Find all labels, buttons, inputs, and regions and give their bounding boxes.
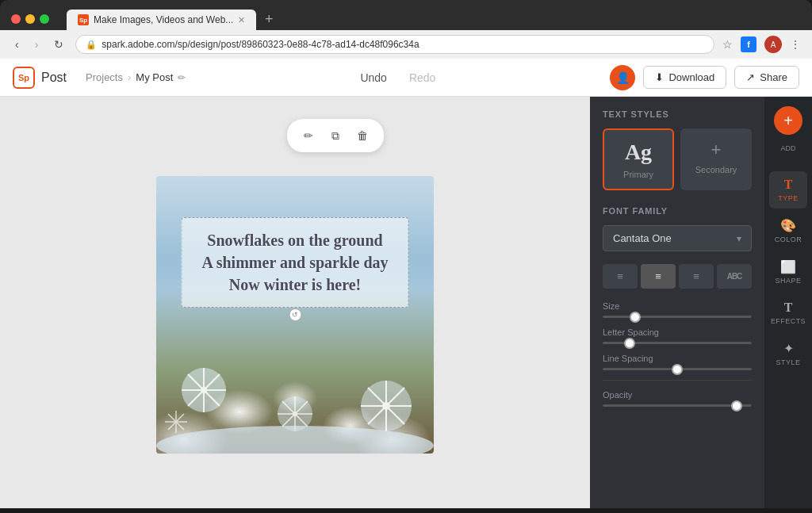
edit-title-icon[interactable]: ✏ [178,72,186,83]
download-button[interactable]: ⬇ Download [643,66,726,89]
floating-toolbar: ✏ ⧉ 🗑 [287,119,384,152]
style-icon: ✦ [783,341,794,356]
primary-ag-text: Ag [625,140,652,165]
add-secondary-icon: + [711,140,722,160]
forward-button[interactable]: › [31,36,43,52]
back-button[interactable]: ‹ [11,36,23,52]
primary-label: Primary [623,170,653,179]
font-family-section: FONT FAMILY Cantata One ▾ [603,206,752,251]
addressbar-actions: ☆ f A ⋮ [722,36,801,53]
sidebar-item-style[interactable]: ✦ STYLE [769,335,807,373]
sp-icon: Sp [13,67,35,89]
facebook-icon[interactable]: f [741,36,756,52]
header-actions: 👤 ⬇ Download ↗ Share [610,65,799,90]
url-text: spark.adobe.com/sp/design/post/89860323-… [102,39,419,50]
font-family-title: FONT FAMILY [603,206,752,216]
align-center-button[interactable]: ≡ [641,264,676,289]
sidebar-item-color[interactable]: 🎨 COLOR [769,212,807,250]
breadcrumb-projects[interactable]: Projects [86,71,123,83]
text-styles-title: TEXT STYLES [603,109,752,119]
align-left-button[interactable]: ≡ [603,264,638,289]
opacity-label: Opacity [603,390,752,400]
collaborate-button[interactable]: 👤 [610,65,635,90]
tab-label: Make Images, Videos and Web... [94,14,233,25]
share-button[interactable]: ↗ Share [734,66,799,89]
download-label: Download [668,71,714,83]
color-icon: 🎨 [780,218,796,233]
letter-spacing-slider-track[interactable] [603,342,752,344]
sidebar-item-type[interactable]: T TYPE [769,171,807,209]
overlay-text: Snowflakes on the ground A shimmer and s… [195,229,396,296]
address-bar[interactable]: 🔒 spark.adobe.com/sp/design/post/8986032… [75,35,714,54]
download-icon: ⬇ [655,71,664,83]
effects-label: EFFECTS [771,317,806,325]
type-icon: T [784,178,793,192]
close-traffic-light[interactable] [11,14,21,24]
sidebar-item-shape[interactable]: ⬜ SHAPE [769,253,807,291]
align-right-button[interactable]: ≡ [679,264,714,289]
add-nav-button[interactable]: + [774,106,802,135]
edit-text-button[interactable]: ✏ [297,124,320,147]
line-spacing-label: Line Spacing [603,354,752,363]
sp-logo: Sp Post [13,67,67,89]
new-tab-button[interactable]: + [258,8,280,30]
panel-content: TEXT STYLES Ag Primary + Secondary [590,97,764,508]
text-line3: Now winter is here! [229,276,361,293]
size-slider-thumb[interactable] [630,312,641,323]
canvas-area[interactable]: ✏ ⧉ 🗑 [0,97,590,508]
secondary-style-card[interactable]: + Secondary [680,128,752,190]
shape-icon: ⬜ [780,259,796,274]
alignment-buttons: ≡ ≡ ≡ ABC [603,264,752,289]
refresh-button[interactable]: ↻ [50,36,67,52]
minimize-traffic-light[interactable] [25,14,35,24]
text-line2: A shimmer and sparkle day [201,254,388,271]
share-icon: ↗ [746,71,755,83]
browser-chrome: Sp Make Images, Videos and Web... ✕ + ‹ … [0,0,812,59]
undo-button[interactable]: Undo [354,68,393,87]
browser-titlebar: Sp Make Images, Videos and Web... ✕ + [0,0,812,30]
right-panel: TEXT STYLES Ag Primary + Secondary [590,97,812,508]
redo-button[interactable]: Redo [403,68,442,87]
delete-element-button[interactable]: 🗑 [350,124,374,147]
tab-close-button[interactable]: ✕ [238,15,245,25]
color-label: COLOR [775,235,802,243]
bookmark-icon[interactable]: ☆ [722,38,733,51]
active-tab[interactable]: Sp Make Images, Videos and Web... ✕ [67,10,256,30]
dropdown-arrow-icon: ▾ [737,233,741,244]
text-styles-grid: Ag Primary + Secondary [603,128,752,190]
lock-icon: 🔒 [86,40,97,50]
tabs-bar: Sp Make Images, Videos and Web... ✕ + [67,8,280,30]
breadcrumb-current[interactable]: My Post [136,71,173,83]
style-label: STYLE [776,358,801,366]
app-main: ✏ ⧉ 🗑 [0,97,812,508]
line-spacing-slider-thumb[interactable] [672,364,683,375]
text-overlay-box[interactable]: Snowflakes on the ground A shimmer and s… [182,217,409,308]
tab-favicon: Sp [78,14,89,25]
size-slider-track[interactable] [603,316,752,318]
abc-icon: ABC [727,272,742,281]
rotate-handle[interactable]: ↺ [289,308,301,321]
effects-icon: T [784,301,793,315]
sidebar-item-effects[interactable]: T EFFECTS [769,294,807,331]
divider [603,380,752,381]
opacity-slider-thumb[interactable] [731,400,742,412]
letter-spacing-slider-thumb[interactable] [624,338,635,349]
add-nav-label: ADD [780,144,795,152]
primary-style-card[interactable]: Ag Primary [603,128,674,190]
line-spacing-slider-track[interactable] [603,368,752,370]
post-image-container: Snowflakes on the ground A shimmer and s… [156,176,434,454]
app-header: Sp Post Projects › My Post ✏ Undo Redo 👤… [0,59,812,97]
font-name: Cantata One [613,232,672,244]
maximize-traffic-light[interactable] [40,14,49,24]
more-options-icon[interactable]: ⋮ [790,38,801,51]
align-abc-button[interactable]: ABC [717,264,752,289]
app-container: Sp Post Projects › My Post ✏ Undo Redo 👤… [0,59,812,508]
font-family-dropdown[interactable]: Cantata One ▾ [603,225,752,251]
opacity-slider-track[interactable] [603,404,752,407]
share-label: Share [760,71,787,83]
copy-element-button[interactable]: ⧉ [324,124,347,147]
type-label: TYPE [778,194,798,202]
user-avatar[interactable]: A [764,36,782,53]
side-nav: + ADD T TYPE 🎨 COLOR ⬜ SHAPE [764,97,812,508]
browser-addressbar: ‹ › ↻ 🔒 spark.adobe.com/sp/design/post/8… [0,30,812,59]
